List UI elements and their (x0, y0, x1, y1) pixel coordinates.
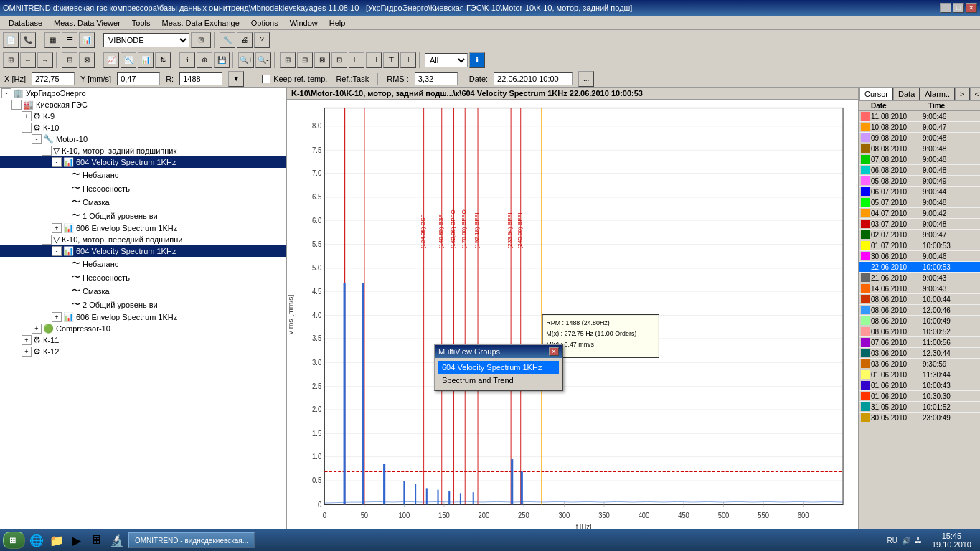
tree-item[interactable]: 〜Небаланс (0, 168, 286, 182)
tree-expand-btn[interactable]: - (32, 134, 42, 144)
tree-item[interactable]: +⚙К-9 (0, 110, 286, 122)
tree-item[interactable]: 〜Смазка (0, 195, 286, 209)
tb2-btn5[interactable]: ⊠ (79, 52, 95, 68)
tb2-copy-btn[interactable]: ⊕ (197, 52, 212, 68)
taskbar-icon-mediaplayer[interactable]: ▶ (68, 532, 85, 549)
tree-item[interactable]: 〜2 Общий уровень ви (0, 298, 286, 311)
tb2-info2-btn[interactable]: ℹ (469, 52, 485, 68)
tree-item[interactable]: +📊606 Envelop Spectrum 1KHz (0, 222, 286, 234)
tree-item[interactable]: +⚙К-12 (0, 346, 286, 357)
taskbar-app-omnitrend[interactable]: OMNITREND - виднодекиевская... (128, 532, 255, 548)
vibnode-combo[interactable]: VIBNODE (103, 33, 189, 47)
tree-item[interactable]: 〜Несоосность (0, 270, 286, 284)
all-combo[interactable]: All (425, 53, 468, 67)
tb2-view6[interactable]: ⊣ (366, 52, 382, 68)
list-item[interactable]: 30.05.201023:00:49 (859, 413, 980, 423)
menu-window[interactable]: Window (284, 17, 324, 29)
tb-grid-btn[interactable]: ▦ (44, 32, 60, 48)
tree-item[interactable]: +📊606 Envelop Spectrum 1KHz (0, 311, 286, 323)
tb2-btn6[interactable]: 📈 (103, 52, 119, 68)
list-item[interactable]: 08.06.201010:00:49 (859, 316, 980, 326)
tb2-view1[interactable]: ⊞ (280, 52, 296, 68)
list-item[interactable]: 08.06.201010:00:44 (859, 294, 980, 305)
menu-options[interactable]: Options (245, 17, 284, 29)
tb2-btn9[interactable]: ⇅ (155, 52, 171, 68)
multiview-item-1[interactable]: Spectrum and Trend (438, 374, 559, 387)
list-item[interactable]: 05.08.20109:00:49 (859, 176, 980, 187)
tree-expand-btn[interactable]: - (1, 88, 11, 98)
menu-help[interactable]: Help (324, 17, 352, 29)
tb2-view2[interactable]: ⊟ (297, 52, 313, 68)
list-item[interactable]: 06.07.20109:00:44 (859, 187, 980, 197)
tb2-info-btn[interactable]: ℹ (179, 52, 195, 68)
list-item[interactable]: 02.07.20109:00:47 (859, 230, 980, 240)
tree-expand-btn[interactable]: + (22, 111, 32, 121)
tree-expand-btn[interactable]: - (52, 246, 62, 256)
taskbar-icon-app5[interactable]: 🔬 (108, 532, 126, 549)
tree-expand-btn[interactable]: - (22, 123, 32, 133)
tb-phone-btn[interactable]: 📞 (20, 32, 36, 48)
tree-expand-btn[interactable]: + (52, 223, 62, 233)
tree-expand-btn[interactable]: + (32, 324, 42, 334)
tree-item[interactable]: -📊604 Velocity Spectrum 1KHz (0, 156, 286, 168)
start-button[interactable]: ⊞ (3, 532, 25, 549)
tree-item[interactable]: -📊604 Velocity Spectrum 1KHz (0, 245, 286, 257)
menu-meas-data-exchange[interactable]: Meas. Data Exchange (156, 17, 245, 29)
list-item[interactable]: 14.06.20109:00:43 (859, 283, 980, 294)
tb2-btn2[interactable]: ← (20, 52, 36, 68)
tree-item[interactable]: +⚙К-11 (0, 334, 286, 346)
tab-cursor[interactable]: Cursor (859, 88, 893, 100)
tb2-view5[interactable]: ⊢ (349, 52, 364, 68)
close-button[interactable]: ✕ (966, 3, 977, 13)
tb-print-btn[interactable]: 🖨 (237, 32, 253, 48)
tree-item[interactable]: -▽К-10, мотор, задний подшипник (0, 145, 286, 156)
tree-item[interactable]: -⚙К-10 (0, 122, 286, 133)
list-item[interactable]: 06.08.20109:00:48 (859, 165, 980, 176)
list-item[interactable]: 05.07.20109:00:48 (859, 197, 980, 208)
tree-item[interactable]: -🏢УкрГидроЭнерго (0, 88, 286, 99)
tb2-view8[interactable]: ⊥ (400, 52, 416, 68)
tb2-save-btn[interactable]: 💾 (214, 52, 230, 68)
list-item[interactable]: 08.08.20109:00:48 (859, 143, 980, 154)
tb-question-btn[interactable]: ? (254, 32, 270, 48)
list-item[interactable]: 11.08.20109:00:46 (859, 111, 980, 122)
tree-expand-btn[interactable]: - (42, 146, 52, 156)
tree-item[interactable]: 〜Несоосность (0, 182, 286, 195)
tb-refresh-btn[interactable]: ⊡ (191, 32, 211, 48)
list-item[interactable]: 07.08.20109:00:48 (859, 154, 980, 165)
tab-alarm[interactable]: Alarm.. (920, 88, 955, 100)
menu-database[interactable]: Database (3, 17, 48, 29)
tb-new-btn[interactable]: 📄 (3, 32, 19, 48)
tree-item[interactable]: +🟢Compressor-10 (0, 323, 286, 334)
tree-item[interactable]: 〜Небаланс (0, 257, 286, 270)
list-item[interactable]: 09.08.20109:00:48 (859, 133, 980, 143)
date-ellipsis-btn[interactable]: ... (578, 71, 594, 87)
tree-expand-btn[interactable]: + (22, 335, 32, 345)
list-item[interactable]: 01.06.201011:30:44 (859, 369, 980, 380)
minimize-button[interactable]: _ (940, 3, 951, 13)
tree-expand-btn[interactable]: + (22, 347, 32, 357)
list-item[interactable]: 22.06.201010:00:53 (859, 262, 980, 273)
list-item[interactable]: 03.07.20109:00:48 (859, 219, 980, 230)
menu-tools[interactable]: Tools (126, 17, 156, 29)
list-item[interactable]: 01.06.201010:30:30 (859, 391, 980, 402)
tb2-btn1[interactable]: ⊞ (3, 52, 19, 68)
list-item[interactable]: 21.06.20109:00:43 (859, 273, 980, 283)
multiview-item-0[interactable]: 604 Velocity Spectrum 1KHz (438, 361, 559, 374)
list-item[interactable]: 10.08.20109:00:47 (859, 122, 980, 133)
r-dropdown[interactable]: ▼ (228, 71, 244, 87)
list-item[interactable]: 08.06.201010:00:52 (859, 326, 980, 337)
list-item[interactable]: 31.05.201010:01:52 (859, 402, 980, 413)
list-item[interactable]: 03.06.20109:30:59 (859, 359, 980, 369)
tab-prev[interactable]: < (970, 88, 980, 100)
tree-expand-btn[interactable]: + (52, 312, 62, 322)
tb2-btn8[interactable]: 📊 (138, 52, 154, 68)
menu-meas-data-viewer[interactable]: Meas. Data Viewer (48, 17, 126, 29)
taskbar-icon-calculator[interactable]: 🖩 (88, 532, 105, 549)
tb-list-btn[interactable]: ☰ (62, 32, 77, 48)
tree-item[interactable]: 〜1 Общий уровень ви (0, 209, 286, 222)
tb2-zoom-in[interactable]: 🔍+ (238, 52, 254, 68)
tb2-view7[interactable]: ⊤ (383, 52, 399, 68)
tb2-zoom-out[interactable]: 🔍- (255, 52, 271, 68)
list-item[interactable]: 30.06.20109:00:46 (859, 251, 980, 262)
